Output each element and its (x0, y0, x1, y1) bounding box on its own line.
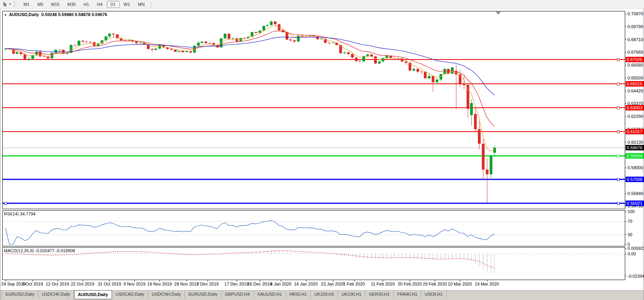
chart-tab-audusd-daily[interactable]: AUDUSD,Daily (74, 290, 112, 299)
timeframe-toolbar: ▾ M1M5M15M30H1H4D1W1MN (0, 0, 644, 9)
rsi-label: RSI(14) 34.7794 (4, 211, 36, 216)
price-tick-label: 0.68710 (625, 37, 643, 42)
chart-tab-gbpusd-h4[interactable]: GBPUSD,H4 (221, 291, 254, 298)
timeframe-button-d1[interactable]: D1 (107, 1, 119, 8)
price-chart-canvas[interactable] (3, 11, 625, 209)
hline-price-label: 0.58994 (626, 153, 644, 159)
date-label: 4 Jan 2020 (270, 282, 291, 286)
chart-tab-xauusd-h1[interactable]: XAUUSD,H1 (254, 291, 286, 298)
date-label: 14 Jan 2020 (294, 282, 318, 286)
current-price-label: 0.59676 (626, 145, 644, 150)
collapse-chart-icon[interactable]: ▼ (4, 13, 7, 17)
chart-tab-ger30-h1[interactable]: GER30,H1 (365, 291, 394, 298)
timeframe-button-m1[interactable]: M1 (20, 1, 33, 8)
price-tick-label: 0.67660 (625, 50, 643, 54)
chart-tab-hk50-h1[interactable]: HK50,H1 (286, 291, 311, 298)
hline-price-label: 0.57008 (626, 177, 644, 182)
price-tick-label: 0.58000 (625, 165, 643, 170)
date-label: 12 Oct 2019 (46, 282, 69, 286)
chart-title: ▼AUDUSD,Daily 0.59248 0.59880 0.58878 0.… (4, 12, 107, 17)
macd-level-label: 0.00 (625, 251, 636, 256)
chart-symbol-period: AUDUSD,Daily (9, 12, 39, 17)
price-tick-label: 0.55840 (625, 191, 643, 196)
chart-tab-usoil-h1[interactable]: USOil,H1 (421, 291, 447, 298)
chart-tab-uk100-h1[interactable]: UK100,H1 (311, 291, 338, 298)
date-label: 19 Mar 2020 (475, 282, 499, 286)
price-tick-label: 0.70870 (625, 11, 643, 16)
timeframe-button-h1[interactable]: H1 (80, 1, 92, 8)
rsi-level-label: 70 (625, 219, 632, 224)
chart-tab-uk100-h1[interactable]: UK100,H1 (338, 291, 365, 298)
hline-price-label: 0.55021 (626, 201, 644, 206)
price-tick-label: 0.64420 (625, 89, 643, 93)
date-label: 28 Nov 2019 (174, 282, 199, 286)
timeframe-button-w1[interactable]: W1 (120, 1, 134, 8)
price-tick-label: 0.69790 (625, 24, 643, 29)
ohlc-close: 0.59676 (92, 12, 107, 17)
cursor-tool-dropdown-icon[interactable]: ▾ (9, 2, 11, 6)
date-label: 29 Feb 2020 (423, 282, 447, 286)
cursor-tool-icon[interactable] (2, 1, 9, 7)
date-label: 10 Mar 2020 (448, 282, 472, 286)
date-label: 20 Feb 2020 (398, 282, 422, 286)
timeframe-buttons: M1M5M15M30H1H4D1W1MN (20, 0, 148, 8)
date-label: 9 Nov 2019 (123, 282, 145, 286)
chart-tab-usdchf-daily[interactable]: USDCHF,Daily (38, 291, 74, 298)
hline-price-label: 0.67026 (626, 57, 644, 62)
macd-indicator-canvas[interactable] (3, 248, 625, 280)
chart-tab-fra40-h1[interactable]: FRA40,H1 (394, 291, 421, 298)
window-left-border (0, 9, 0, 300)
price-tick-label: 0.62290 (625, 114, 643, 119)
ohlc-low: 0.58878 (75, 12, 90, 17)
timeframe-button-h4[interactable]: H4 (93, 1, 106, 8)
macd-level-label: -0.023944 (625, 274, 644, 278)
macd-label: MACD(12,26,9) -0.020477 -0.018908 (4, 248, 75, 253)
rsi-level-label: 30 (625, 232, 632, 237)
date-label: 17 Dec 2019 (224, 282, 249, 286)
timeframe-button-m30[interactable]: M30 (64, 1, 79, 8)
date-label: 7 Dec 2019 (197, 282, 219, 286)
chart-tab-usdcnh-daily[interactable]: USDCNH,Daily (148, 291, 185, 298)
macd-level-label: 0.005923 (625, 246, 644, 251)
date-label: 19 Nov 2019 (147, 282, 172, 286)
date-label: 22 Oct 2019 (71, 282, 94, 286)
timeframe-button-mn[interactable]: MN (134, 1, 148, 8)
date-label: 11 Feb 2020 (371, 282, 395, 286)
hline-price-label: 0.65015 (626, 81, 644, 87)
rsi-value: 34.7794 (20, 211, 36, 216)
date-label: 31 Oct 2019 (98, 282, 121, 286)
timeframe-button-m15[interactable]: M15 (48, 1, 63, 8)
rsi-indicator-canvas[interactable] (3, 211, 625, 246)
price-tick-label: 0.66580 (625, 63, 643, 67)
date-label: 1 Feb 2020 (343, 282, 365, 286)
hline-price-label: 0.63003 (626, 105, 644, 110)
date-label: 26 Dec 2019 (248, 282, 272, 286)
toolbar-grip (14, 1, 17, 7)
trading-platform-window: ▾ M1M5M15M30H1H4D1W1MN ▼AUDUSD,Daily 0.5… (0, 0, 644, 300)
chart-tab-eurusd-daily[interactable]: EURUSD,Daily (185, 291, 221, 298)
ohlc-open: 0.59248 (41, 12, 57, 17)
rsi-level-label: 100 (625, 209, 635, 214)
chart-tab-bar: EURUSD,DailyUSDCHF,DailyAUDUSD,DailyUSDC… (0, 290, 644, 300)
date-label: 23 Jan 2020 (321, 282, 345, 286)
macd-values: -0.020477 -0.018908 (35, 248, 75, 253)
ohlc-high: 0.59880 (58, 12, 74, 17)
chart-tab-usdcad-daily[interactable]: USDCAD,Daily (112, 291, 148, 298)
price-tick-label: 0.60130 (625, 140, 643, 145)
price-tick-label: 0.65500 (625, 76, 643, 80)
date-label: 3 Oct 2019 (22, 282, 43, 286)
toolbar-separator (151, 1, 151, 7)
chart-tab-eurusd-daily[interactable]: EURUSD,Daily (2, 291, 38, 298)
hline-price-label: 0.61017 (626, 129, 644, 134)
timeframe-button-m5[interactable]: M5 (34, 1, 47, 8)
